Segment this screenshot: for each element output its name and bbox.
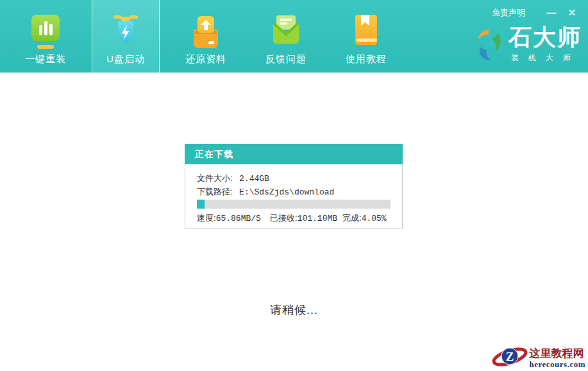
please-wait-text: 请稍候... xyxy=(0,302,588,318)
tab-label: U盘启动 xyxy=(106,53,145,65)
download-path-value: E:\SdsZjds\download xyxy=(239,187,334,197)
z-orbit-icon: Z xyxy=(491,345,528,371)
tab-label: 使用教程 xyxy=(346,53,387,65)
tab-label: 反馈问题 xyxy=(265,53,307,65)
tab-feedback[interactable]: 反馈问题 xyxy=(252,0,320,73)
watermark-site-url: herecours.com xyxy=(530,359,585,369)
progress-bar xyxy=(197,200,391,209)
watermark-site-name: 这里教程网 xyxy=(530,347,585,359)
received-stat: 已接收:101.10MB xyxy=(270,212,337,224)
dialog-title: 正在下载 xyxy=(185,144,403,164)
download-dialog: 正在下载 文件大小: 2.44GB 下载路径: E:\SdsZjds\downl… xyxy=(185,144,403,229)
tab-tutorial[interactable]: 使用教程 xyxy=(332,0,400,73)
brand-subtitle: 装机大师 xyxy=(508,53,582,64)
usb-shield-icon xyxy=(110,14,142,49)
brand-swirl-icon xyxy=(475,26,503,68)
tutorial-book-icon xyxy=(350,14,382,49)
close-button[interactable]: ✕ xyxy=(565,6,579,19)
progress-fill xyxy=(197,200,205,209)
header: 一键重装 U盘启动 xyxy=(0,0,588,73)
brand-name: 石大师 xyxy=(508,24,582,50)
disclaimer-link[interactable]: 免责声明 xyxy=(492,7,525,19)
received-value: 101.10MB xyxy=(298,214,337,223)
tab-label: 还原资料 xyxy=(185,53,226,65)
stats-row: 速度:65.86MB/S 已接收:101.10MB 完成:4.05% xyxy=(185,212,402,222)
download-path-row: 下载路径: E:\SdsZjds\download xyxy=(197,186,334,198)
minimize-button[interactable]: — xyxy=(544,6,559,19)
feedback-mail-icon xyxy=(270,14,302,49)
restore-tray-icon xyxy=(190,14,222,49)
file-size-row: 文件大小: 2.44GB xyxy=(197,172,269,184)
file-size-label: 文件大小: xyxy=(197,173,233,183)
tab-label: 一键重装 xyxy=(25,53,66,65)
site-watermark: Z 这里教程网 herecours.com xyxy=(491,345,588,371)
titlebar-controls: 免责声明 — ✕ xyxy=(492,6,579,19)
tab-usb-boot[interactable]: U盘启动 xyxy=(92,0,160,73)
brand-logo: 石大师 装机大师 xyxy=(475,24,582,68)
speed-value: 65.86MB/S xyxy=(216,214,261,223)
bar-chart-icon xyxy=(29,14,62,49)
complete-stat: 完成:4.05% xyxy=(342,212,387,224)
received-label: 已接收: xyxy=(270,213,298,223)
svg-text:Z: Z xyxy=(505,350,514,363)
tab-restore-data[interactable]: 还原资料 xyxy=(172,0,240,73)
download-path-label: 下载路径: xyxy=(197,187,233,196)
complete-label: 完成: xyxy=(342,213,362,223)
speed-stat: 速度:65.86MB/S xyxy=(197,212,261,224)
complete-value: 4.05% xyxy=(362,214,387,223)
file-size-value: 2.44GB xyxy=(239,174,269,184)
speed-label: 速度: xyxy=(197,213,216,223)
tab-one-key-reinstall[interactable]: 一键重装 xyxy=(12,0,80,73)
app-window: 一键重装 U盘启动 xyxy=(0,0,588,371)
